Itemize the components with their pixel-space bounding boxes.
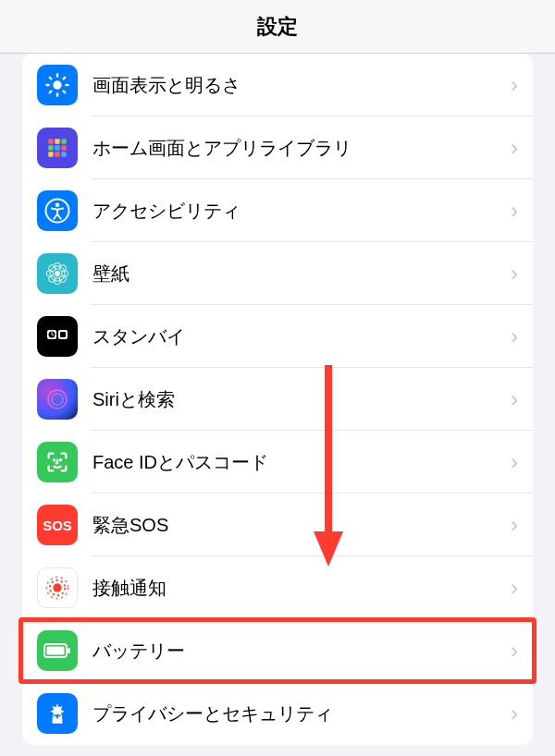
svg-point-19: [56, 203, 60, 208]
svg-point-36: [48, 390, 67, 408]
row-faceid[interactable]: Face IDとパスコード ›: [22, 431, 533, 494]
row-accessibility[interactable]: アクセシビリティ ›: [22, 179, 533, 242]
row-label: Siriと検索: [92, 387, 511, 412]
row-siri[interactable]: Siriと検索 ›: [22, 368, 533, 431]
svg-point-40: [53, 583, 61, 591]
svg-line-6: [64, 91, 66, 93]
row-label: ホーム画面とアプリライブラリ: [92, 136, 511, 161]
svg-rect-44: [47, 647, 65, 655]
row-label: 緊急SOS: [92, 513, 511, 538]
header: 設定: [0, 0, 555, 54]
chevron-right-icon: ›: [511, 135, 518, 161]
row-label: プライバシーとセキュリティ: [92, 701, 511, 726]
row-label: 画面表示と明るさ: [92, 73, 511, 98]
accessibility-icon: [37, 190, 78, 231]
svg-point-38: [54, 459, 55, 460]
row-privacy[interactable]: プライバシーとセキュリティ ›: [22, 682, 533, 745]
page-title: 設定: [257, 13, 298, 41]
exposure-icon: [37, 567, 78, 608]
svg-rect-11: [61, 139, 66, 143]
chevron-right-icon: ›: [511, 575, 518, 601]
wallpaper-icon: [37, 253, 78, 294]
chevron-right-icon: ›: [511, 72, 518, 98]
row-sos[interactable]: SOS 緊急SOS ›: [22, 494, 533, 556]
chevron-right-icon: ›: [511, 198, 518, 224]
svg-point-20: [55, 271, 60, 276]
chevron-right-icon: ›: [511, 449, 518, 475]
home-grid-icon: [37, 128, 78, 168]
svg-line-7: [50, 91, 52, 93]
chevron-right-icon: ›: [511, 638, 518, 664]
standby-icon: [37, 316, 78, 357]
svg-line-5: [50, 78, 52, 79]
privacy-icon: [37, 693, 78, 734]
faceid-icon: [37, 442, 78, 482]
svg-rect-12: [48, 145, 53, 150]
row-wallpaper[interactable]: 壁紙 ›: [22, 242, 533, 305]
chevron-right-icon: ›: [511, 386, 518, 412]
settings-list: 画面表示と明るさ › ホーム画面とアプリライブラリ › アクセシビリティ › 壁…: [22, 54, 533, 745]
svg-line-8: [64, 78, 66, 79]
chevron-right-icon: ›: [511, 701, 518, 726]
chevron-right-icon: ›: [511, 261, 518, 287]
row-label: 接触通知: [92, 576, 511, 601]
battery-icon: [37, 630, 78, 671]
svg-rect-14: [61, 145, 66, 150]
svg-rect-10: [55, 139, 59, 143]
svg-point-39: [60, 459, 61, 460]
row-label: Face IDとパスコード: [92, 450, 511, 475]
row-battery[interactable]: バッテリー ›: [22, 619, 533, 682]
row-home-screen[interactable]: ホーム画面とアプリライブラリ ›: [22, 116, 533, 179]
row-label: 壁紙: [92, 262, 511, 287]
sos-icon: SOS: [37, 505, 78, 545]
row-label: バッテリー: [92, 639, 511, 664]
siri-icon: [37, 379, 78, 420]
row-display-brightness[interactable]: 画面表示と明るさ ›: [22, 54, 533, 116]
row-label: スタンバイ: [92, 324, 511, 349]
svg-point-0: [53, 80, 61, 89]
brightness-icon: [37, 65, 78, 105]
svg-point-37: [52, 394, 64, 406]
svg-rect-35: [60, 332, 66, 337]
chevron-right-icon: ›: [511, 512, 518, 538]
row-label: アクセシビリティ: [92, 199, 511, 224]
svg-rect-15: [48, 152, 53, 156]
svg-rect-9: [48, 139, 53, 143]
row-exposure[interactable]: 接触通知 ›: [22, 556, 533, 619]
svg-rect-16: [55, 152, 59, 156]
chevron-right-icon: ›: [511, 323, 518, 349]
svg-rect-45: [68, 648, 70, 653]
row-standby[interactable]: スタンバイ ›: [22, 305, 533, 368]
svg-rect-13: [55, 145, 59, 150]
svg-rect-17: [61, 152, 66, 156]
